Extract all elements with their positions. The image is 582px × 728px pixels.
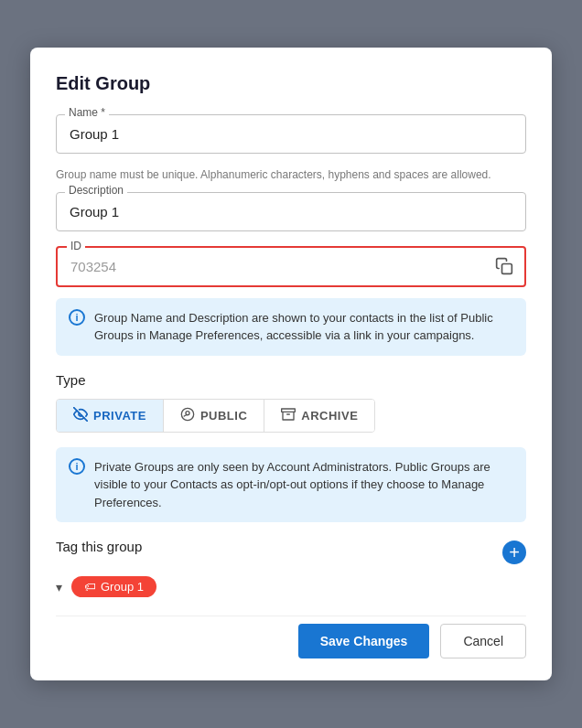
tag-section-header: Tag this group + [56,539,526,565]
tag-chevron-icon[interactable]: ▾ [56,580,62,594]
id-input[interactable] [58,248,484,285]
tag-row: ▾ 🏷 Group 1 [56,576,526,597]
svg-rect-4 [282,409,296,412]
tab-private[interactable]: PRIVATE [57,400,164,432]
id-field-container: ID [56,246,526,287]
description-input[interactable] [56,192,526,231]
tab-public[interactable]: PUBLIC [164,400,264,432]
dialog-footer: Save Changes Cancel [56,616,526,658]
save-button[interactable]: Save Changes [298,624,430,658]
id-info-text: Group Name and Description are shown to … [94,309,513,345]
name-hint: Group name must be unique. Alphanumeric … [56,168,526,181]
tag-value: Group 1 [101,580,144,594]
tag-section-label: Tag this group [56,539,142,554]
type-info-text: Private Groups are only seen by Account … [94,458,513,512]
id-label: ID [67,240,85,252]
id-info-icon: i [69,309,85,326]
tag-label-icon: 🏷 [84,580,96,594]
tab-public-label: PUBLIC [200,409,247,423]
type-section-label: Type [56,372,526,388]
description-field-group: Description [56,192,526,231]
tag-badge: 🏷 Group 1 [71,576,156,597]
id-field-wrapper [58,248,524,285]
edit-group-dialog: Edit Group Name * Group name must be uni… [30,48,552,681]
cancel-button[interactable]: Cancel [440,624,526,658]
clipboard-button[interactable] [484,250,524,283]
name-label: Name * [65,106,109,119]
name-input[interactable] [56,114,526,154]
tab-private-label: PRIVATE [93,409,146,423]
id-info-box: i Group Name and Description are shown t… [56,298,526,356]
type-tabs: PRIVATE PUBLIC [56,399,375,433]
type-info-box: i Private Groups are only seen by Accoun… [56,447,526,523]
overlay: Edit Group Name * Group name must be uni… [0,0,582,728]
archive-icon [281,407,296,424]
dialog-title: Edit Group [56,73,526,94]
name-field-group: Name * [56,114,526,154]
add-tag-button[interactable]: + [502,541,526,564]
description-label: Description [65,184,127,197]
svg-rect-0 [502,264,512,274]
private-icon [73,407,88,424]
type-info-icon: i [69,458,85,475]
tab-archive[interactable]: ARCHIVE [264,400,374,432]
public-icon [180,407,195,424]
tag-section: Tag this group + ▾ 🏷 Group 1 [56,539,526,597]
tab-archive-label: ARCHIVE [301,409,358,423]
